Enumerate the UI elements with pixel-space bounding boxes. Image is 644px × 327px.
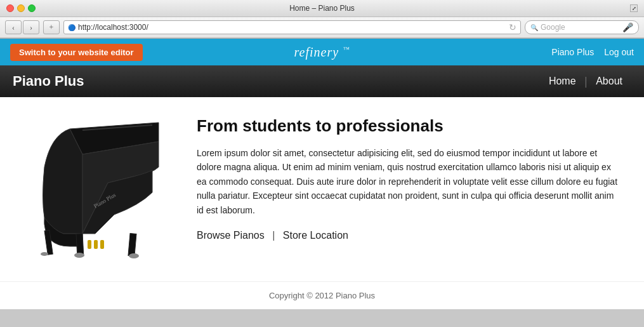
store-location-link[interactable]: Store Location: [283, 230, 348, 241]
footer: Copyright © 2012 Piano Plus: [0, 281, 644, 309]
forward-button[interactable]: ›: [23, 20, 39, 34]
logout-link[interactable]: Log out: [604, 47, 634, 57]
refinery-brand: refinery ™: [294, 44, 350, 60]
browse-pianos-link[interactable]: Browse Pianos: [197, 230, 265, 241]
new-tab-button[interactable]: +: [43, 20, 60, 34]
back-button[interactable]: ‹: [5, 20, 22, 34]
address-icon: 🔵: [68, 24, 76, 31]
site-name-link[interactable]: Piano Plus: [551, 47, 594, 57]
piano-image: Piano Plus: [25, 116, 178, 262]
address-text: http://localhost:3000/: [78, 23, 148, 32]
search-placeholder: Google: [541, 23, 565, 32]
svg-rect-7: [88, 240, 91, 249]
browser-titlebar: Home – Piano Plus ⤢: [0, 0, 644, 17]
svg-rect-1: [128, 234, 136, 257]
links-separator: |: [272, 230, 278, 241]
content-section: From students to professionals Lorem ips…: [197, 116, 619, 241]
nav-about[interactable]: About: [587, 76, 631, 87]
close-button[interactable]: [6, 4, 14, 12]
svg-rect-2: [76, 234, 84, 256]
site-navbar: Piano Plus Home | About: [0, 65, 644, 97]
mic-icon[interactable]: 🎤: [622, 22, 633, 32]
cms-bar: Switch to your website editor refinery ™…: [0, 39, 644, 65]
traffic-lights: [6, 4, 36, 12]
content-body: Lorem ipsum dolor sit amet, consectetur …: [197, 146, 619, 217]
svg-rect-9: [100, 240, 104, 249]
address-bar[interactable]: 🔵 http://localhost:3000/ ↻: [63, 20, 521, 34]
svg-point-4: [129, 253, 139, 258]
piano-svg: Piano Plus: [32, 116, 171, 262]
browser-toolbar: ‹ › + 🔵 http://localhost:3000/ ↻ 🔍 Googl…: [0, 17, 644, 38]
content-heading: From students to professionals: [197, 116, 619, 136]
switch-to-editor-button[interactable]: Switch to your website editor: [10, 44, 143, 61]
window-expand-icon[interactable]: ⤢: [630, 4, 638, 12]
nav-home[interactable]: Home: [540, 76, 585, 87]
search-icon: 🔍: [530, 24, 538, 31]
minimize-button[interactable]: [17, 4, 25, 12]
content-links: Browse Pianos | Store Location: [197, 230, 619, 241]
refresh-icon[interactable]: ↻: [509, 22, 516, 32]
svg-point-6: [41, 252, 48, 256]
browser-chrome: Home – Piano Plus ⤢ ‹ › + 🔵 http://local…: [0, 0, 644, 39]
copyright-text: Copyright © 2012 Piano Plus: [269, 291, 375, 300]
site-logo: Piano Plus: [13, 73, 84, 90]
site-nav: Home | About: [540, 75, 631, 88]
main-content: Piano Plus From students to professional…: [0, 97, 644, 281]
svg-rect-8: [94, 240, 98, 249]
nav-buttons: ‹ ›: [5, 20, 39, 34]
svg-point-5: [74, 253, 84, 258]
cms-bar-left: Switch to your website editor: [10, 44, 143, 61]
maximize-button[interactable]: [28, 4, 36, 12]
cms-bar-right: Piano Plus Log out: [551, 47, 634, 57]
browser-title: Home – Piano Plus: [289, 4, 355, 13]
search-bar[interactable]: 🔍 Google 🎤: [525, 20, 639, 34]
